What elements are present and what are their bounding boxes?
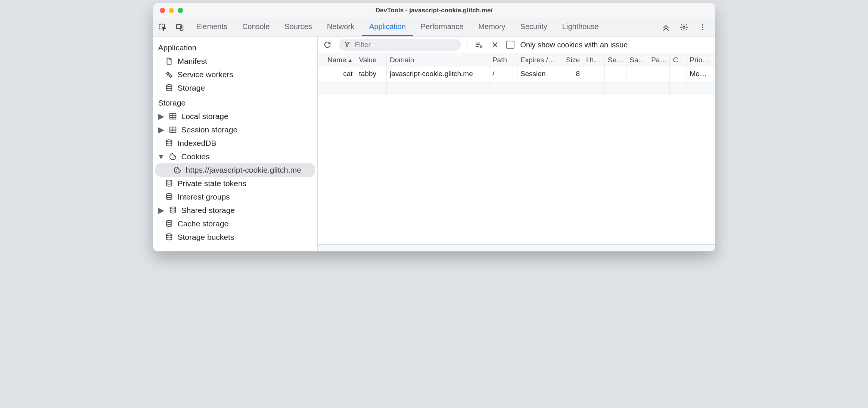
svg-point-15: [173, 157, 174, 158]
cell-expires: Session: [517, 67, 559, 81]
tab-console[interactable]: Console: [235, 18, 277, 36]
cookie-icon: [173, 166, 181, 174]
svg-point-9: [166, 85, 172, 87]
svg-point-4: [702, 24, 703, 25]
chevron-right-icon: ▶: [158, 206, 164, 215]
tab-application[interactable]: Application: [362, 18, 413, 36]
zoom-window-button[interactable]: [178, 8, 183, 13]
refresh-button[interactable]: [322, 40, 333, 50]
svg-point-17: [176, 171, 177, 172]
panel-body: Application Manifest Service workers Sto…: [153, 37, 715, 251]
col-samesite[interactable]: Sa…: [626, 53, 648, 67]
delete-selected-button[interactable]: [490, 40, 500, 50]
inspect-element-icon[interactable]: [158, 22, 168, 32]
cell-size: 8: [559, 67, 583, 81]
sidebar-item-shared-storage[interactable]: ▶ Shared storage: [153, 204, 317, 217]
tab-security[interactable]: Security: [513, 18, 555, 36]
sidebar-section-application: Application: [153, 40, 317, 54]
col-value[interactable]: Value: [356, 53, 387, 67]
cell-priority: Me…: [687, 67, 715, 81]
svg-point-5: [702, 26, 703, 28]
tabbar-left-icons: [156, 18, 189, 36]
svg-point-13: [171, 156, 172, 156]
sort-asc-icon: ▲: [348, 57, 353, 63]
sidebar-item-session-storage[interactable]: ▶ Session storage: [153, 123, 317, 136]
minimize-window-button[interactable]: [169, 8, 174, 13]
sidebar-item-indexeddb[interactable]: IndexedDB: [153, 136, 317, 150]
database-icon: [169, 206, 177, 214]
more-tabs-icon[interactable]: [660, 22, 671, 32]
col-cross[interactable]: C..: [670, 53, 687, 67]
sidebar-item-label: Cookies: [181, 152, 210, 161]
svg-point-23: [166, 234, 172, 236]
sidebar-item-label: Service workers: [178, 70, 233, 79]
sidebar-item-label: Cache storage: [178, 219, 229, 228]
col-path[interactable]: Path: [489, 53, 517, 67]
col-domain[interactable]: Domain: [387, 53, 489, 67]
cookies-panel: Only show cookies with an issue Name▲ Va…: [318, 37, 715, 251]
svg-point-22: [166, 220, 172, 223]
sidebar-item-label: Storage: [178, 84, 205, 92]
sidebar-item-manifest[interactable]: Manifest: [153, 54, 317, 68]
table-icon: [169, 126, 177, 134]
col-httponly[interactable]: Ht…: [583, 53, 605, 67]
database-icon: [165, 179, 173, 188]
filter-field[interactable]: [339, 39, 461, 51]
sidebar-item-storage-buckets[interactable]: Storage buckets: [153, 230, 317, 244]
sidebar-item-private-state-tokens[interactable]: Private state tokens: [153, 177, 317, 190]
divider: [467, 40, 467, 50]
table-icon: [169, 112, 177, 120]
col-partition[interactable]: Pa…: [648, 53, 670, 67]
titlebar: DevTools - javascript-cookie.glitch.me/: [153, 3, 715, 18]
svg-point-18: [178, 171, 178, 172]
only-issues-checkbox[interactable]: [506, 41, 514, 49]
sidebar-item-cookie-origin[interactable]: https://javascript-cookie.glitch.me: [155, 163, 315, 177]
col-name[interactable]: Name▲: [318, 53, 356, 67]
sidebar-item-label: IndexedDB: [178, 139, 217, 148]
tab-network[interactable]: Network: [320, 18, 362, 36]
svg-point-14: [172, 158, 172, 159]
sidebar-item-cookies[interactable]: ▼ Cookies: [153, 150, 317, 163]
sidebar-item-label: Storage buckets: [178, 233, 234, 242]
devtools-window: DevTools - javascript-cookie.glitch.me/ …: [153, 3, 715, 251]
svg-point-16: [176, 169, 177, 170]
tab-memory[interactable]: Memory: [471, 18, 513, 36]
sidebar-item-service-workers[interactable]: Service workers: [153, 68, 317, 81]
sidebar-item-storage-overview[interactable]: Storage: [153, 81, 317, 95]
cell-partition: [648, 67, 670, 81]
col-priority[interactable]: Prio…: [687, 53, 715, 67]
sidebar-item-label: https://javascript-cookie.glitch.me: [186, 166, 301, 175]
sidebar-item-cache-storage[interactable]: Cache storage: [153, 217, 317, 230]
table-row[interactable]: cat tabby javascript-cookie.glitch.me / …: [318, 67, 715, 81]
svg-point-21: [170, 207, 175, 209]
tabbar-right-icons: [659, 18, 712, 36]
filter-input[interactable]: [354, 40, 456, 49]
settings-gear-icon[interactable]: [679, 22, 689, 32]
col-secure[interactable]: Se…: [605, 53, 626, 67]
tab-lighthouse[interactable]: Lighthouse: [555, 18, 606, 36]
close-window-button[interactable]: [160, 8, 165, 13]
cell-secure: [605, 67, 626, 81]
sidebar-item-label: Session storage: [181, 125, 238, 134]
device-toggle-icon[interactable]: [175, 22, 185, 32]
tab-sources[interactable]: Sources: [277, 18, 319, 36]
col-size[interactable]: Size: [559, 53, 583, 67]
tab-performance[interactable]: Performance: [413, 18, 471, 36]
clear-all-button[interactable]: [473, 40, 484, 50]
table-footer: [318, 244, 715, 251]
col-expires[interactable]: Expires /…: [517, 53, 559, 67]
tabbar: Elements Console Sources Network Applica…: [153, 18, 715, 37]
sidebar-item-label: Local storage: [181, 112, 228, 121]
database-icon: [165, 233, 173, 241]
sidebar-item-label: Shared storage: [181, 206, 235, 215]
sidebar-item-local-storage[interactable]: ▶ Local storage: [153, 110, 317, 123]
kebab-menu-icon[interactable]: [697, 22, 708, 32]
gears-icon: [165, 70, 173, 79]
table-row-empty[interactable]: [318, 81, 715, 95]
filter-icon: [344, 40, 351, 49]
tab-elements[interactable]: Elements: [189, 18, 235, 36]
file-icon: [165, 57, 173, 65]
svg-point-3: [683, 26, 685, 28]
sidebar-item-label: Manifest: [178, 57, 207, 66]
sidebar-item-interest-groups[interactable]: Interest groups: [153, 190, 317, 204]
